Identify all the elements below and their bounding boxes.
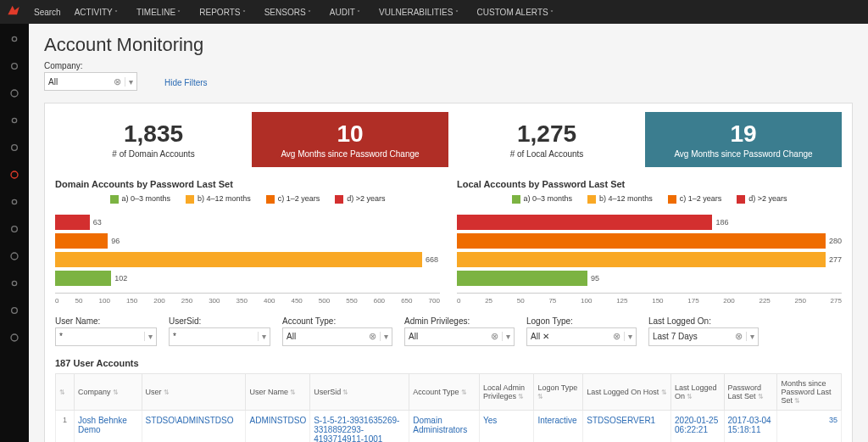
bar xyxy=(55,215,90,230)
svg-point-1 xyxy=(12,64,18,70)
clear-icon[interactable]: ⊗ xyxy=(735,331,743,342)
bar xyxy=(457,233,826,249)
cell-company[interactable]: Josh Behnke Demo xyxy=(75,410,142,442)
cell-pls[interactable]: 2017-03-04 15:18:11 xyxy=(724,410,777,442)
kpi-value: 1,835 xyxy=(58,120,248,148)
col-header[interactable]: Account Type xyxy=(409,373,480,410)
flask-icon[interactable] xyxy=(8,195,21,209)
chevron-down-icon[interactable]: ▾ xyxy=(144,332,153,341)
filter-adminprivileges[interactable]: All⊗▾ xyxy=(404,327,515,346)
topnav-item-sensors[interactable]: SENSORS xyxy=(264,8,311,17)
cell-admin[interactable]: Yes xyxy=(480,410,534,442)
copy-icon[interactable] xyxy=(8,331,21,344)
wifi-icon[interactable] xyxy=(8,32,21,46)
chevrons-icon[interactable] xyxy=(8,141,21,154)
filter-label: Logon Type: xyxy=(526,316,637,326)
bar-label: 277 xyxy=(829,255,842,264)
filter-label: Account Type: xyxy=(282,316,392,326)
search-icon[interactable] xyxy=(8,59,21,73)
svg-point-10 xyxy=(12,308,18,314)
chart-x-ticks: 0501001502002503003504004505005506006507… xyxy=(55,297,440,305)
svg-point-4 xyxy=(12,145,18,151)
col-header[interactable]: Last Logged On Host xyxy=(583,373,671,410)
chevron-down-icon[interactable]: ▾ xyxy=(624,332,632,341)
chevron-down-icon[interactable]: ▾ xyxy=(125,77,133,87)
col-header[interactable]: Logon Type xyxy=(534,373,583,410)
hide-filters-link[interactable]: Hide Filters xyxy=(164,78,208,87)
cell-host[interactable]: STDSOSERVER1 xyxy=(583,410,671,442)
monitor-icon[interactable] xyxy=(8,87,21,100)
topnav-item-activity[interactable]: ACTIVITY xyxy=(75,8,118,17)
svg-point-11 xyxy=(11,334,18,341)
clear-icon[interactable]: ⊗ xyxy=(613,331,620,342)
cell-atype[interactable]: Domain Administrators xyxy=(409,410,480,442)
bar-label: 186 xyxy=(715,218,728,227)
col-header[interactable]: Months since Password Last Set xyxy=(777,373,842,410)
bar xyxy=(457,215,712,230)
kpi-value: 19 xyxy=(648,120,838,148)
topnav-search[interactable]: Search xyxy=(34,8,61,17)
flask2-icon[interactable] xyxy=(8,222,21,236)
topnav-item-audit[interactable]: AUDIT xyxy=(330,8,360,17)
chevron-down-icon[interactable]: ▾ xyxy=(746,332,754,341)
clear-icon[interactable]: ⊗ xyxy=(369,331,376,342)
bar xyxy=(55,252,422,267)
kpi-card: 10Avg Months since Password Change xyxy=(252,112,448,167)
chart-legend: a) 0–3 monthsb) 4–12 monthsc) 1–2 yearsd… xyxy=(55,194,440,204)
bar xyxy=(457,271,587,286)
kpi-caption: # of Local Accounts xyxy=(452,149,642,159)
topnav-item-custom-alerts[interactable]: CUSTOM ALERTS xyxy=(477,8,554,17)
topnav-item-timeline[interactable]: TIMELINE xyxy=(136,8,181,17)
svg-point-9 xyxy=(12,281,16,285)
chevron-down-icon[interactable]: ▾ xyxy=(258,332,266,341)
chevron-down-icon[interactable]: ▾ xyxy=(502,332,510,341)
cell-usersid[interactable]: S-1-5-21-3931635269-3318892293-419371491… xyxy=(310,410,409,442)
chart-bars: 18628027795 xyxy=(457,209,842,294)
filter-label: UserSid: xyxy=(169,316,270,326)
svg-point-3 xyxy=(12,118,16,122)
kpi-caption: Avg Months since Password Change xyxy=(648,149,838,159)
topnav-item-reports[interactable]: REPORTS xyxy=(199,8,245,17)
chevron-down-icon[interactable]: ▾ xyxy=(380,332,388,341)
cell-months[interactable]: 35 xyxy=(777,410,842,442)
sun-icon[interactable] xyxy=(8,277,21,290)
col-header[interactable]: Password Last Set xyxy=(724,373,777,410)
clear-icon[interactable]: ⊗ xyxy=(114,76,121,87)
funnel-icon[interactable] xyxy=(8,249,21,263)
cell-lastlog[interactable]: 2020-01-25 06:22:21 xyxy=(671,410,724,442)
col-header[interactable]: UserSid xyxy=(310,373,409,410)
row-number: 1 xyxy=(56,410,75,442)
col-header[interactable]: User xyxy=(142,373,246,410)
topnav-item-vulnerabilities[interactable]: VULNERABILITIES xyxy=(379,8,459,17)
clear-icon[interactable]: ⊗ xyxy=(491,331,498,342)
svg-point-5 xyxy=(11,171,18,178)
cell-user[interactable]: STDSO\ADMINSTDSO xyxy=(142,410,246,442)
swirl-icon[interactable] xyxy=(8,304,21,317)
col-header[interactable]: Local Admin Privileges xyxy=(480,373,534,410)
filter-lastloggedon[interactable]: Last 7 Days⊗▾ xyxy=(648,327,759,346)
bar xyxy=(55,271,111,286)
kpi-value: 10 xyxy=(255,120,445,148)
col-header[interactable]: Last Logged On xyxy=(671,373,724,410)
chart-title: Local Accounts by Password Last Set xyxy=(457,179,842,189)
bar-label: 102 xyxy=(114,274,127,283)
droplet-icon[interactable] xyxy=(8,168,21,182)
company-label: Company: xyxy=(44,61,137,70)
col-header[interactable]: User Name xyxy=(246,373,310,410)
bar-label: 63 xyxy=(93,218,102,227)
company-filter[interactable]: All ⊗ ▾ xyxy=(44,72,137,91)
svg-point-8 xyxy=(11,253,18,260)
filter-accounttype[interactable]: All⊗▾ xyxy=(282,327,392,346)
cell-logon[interactable]: Interactive xyxy=(534,410,583,442)
chart-bars: 6396668102 xyxy=(55,209,440,294)
topnav: ACTIVITYTIMELINEREPORTSSENSORSAUDITVULNE… xyxy=(75,8,554,17)
sliders-icon[interactable] xyxy=(8,114,21,127)
col-header[interactable]: Company xyxy=(75,373,142,410)
kpi-card: 1,275# of Local Accounts xyxy=(448,112,645,167)
filter-logontype[interactable]: All ✕⊗▾ xyxy=(526,327,637,346)
svg-point-0 xyxy=(12,36,16,41)
falcon-logo-icon xyxy=(7,3,20,20)
filter-usersid[interactable]: *▾ xyxy=(169,327,270,346)
filter-username[interactable]: *▾ xyxy=(55,327,157,346)
cell-username[interactable]: ADMINSTDSO xyxy=(246,410,310,442)
